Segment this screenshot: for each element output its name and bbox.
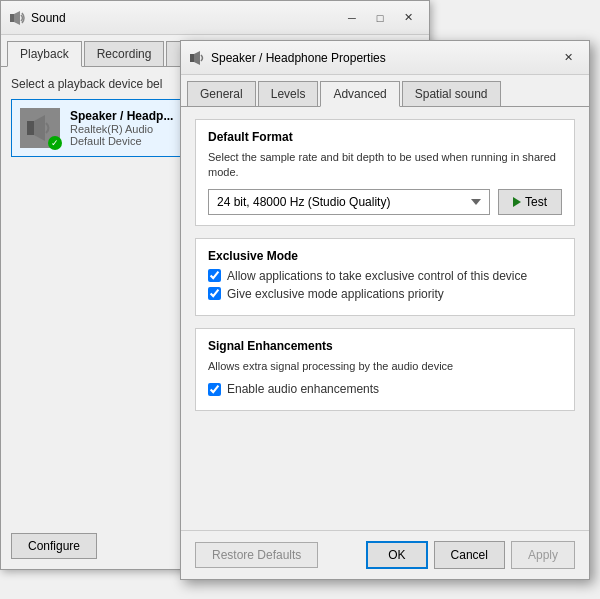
default-check-icon: ✓ [48,136,62,150]
props-window-controls: ✕ [555,47,581,69]
ok-button[interactable]: OK [366,541,427,569]
tab-general[interactable]: General [187,81,256,106]
ok-cancel-apply: OK Cancel Apply [366,541,575,569]
props-titlebar: Speaker / Headphone Properties ✕ [181,41,589,75]
exclusive-priority-checkbox[interactable] [208,287,221,300]
cancel-button[interactable]: Cancel [434,541,505,569]
close-button[interactable]: ✕ [395,7,421,29]
sound-window-controls: ─ □ ✕ [339,7,421,29]
tab-advanced[interactable]: Advanced [320,81,399,107]
svg-rect-0 [10,14,14,22]
props-dialog-icon [189,50,205,66]
device-icon: ✓ [20,108,60,148]
tab-spatial-sound[interactable]: Spatial sound [402,81,501,106]
maximize-button[interactable]: □ [367,7,393,29]
default-format-section: Default Format Select the sample rate an… [195,119,575,226]
test-button[interactable]: Test [498,189,562,215]
tab-playback[interactable]: Playback [7,41,82,67]
restore-defaults-button[interactable]: Restore Defaults [195,542,318,568]
signal-enhancements-section: Signal Enhancements Allows extra signal … [195,328,575,411]
sound-window-icon [9,10,25,26]
props-content: Default Format Select the sample rate an… [181,107,589,435]
format-select[interactable]: 24 bit, 48000 Hz (Studio Quality) 16 bit… [208,189,490,215]
exclusive-mode-title: Exclusive Mode [208,249,562,263]
enhancements-checkbox[interactable] [208,383,221,396]
props-dialog: Speaker / Headphone Properties ✕ General… [180,40,590,580]
tab-recording[interactable]: Recording [84,41,165,66]
format-row: 24 bit, 48000 Hz (Studio Quality) 16 bit… [208,189,562,215]
sound-titlebar: Sound ─ □ ✕ [1,1,429,35]
exclusive-priority-row: Give exclusive mode applications priorit… [208,287,562,301]
signal-enhancements-description: Allows extra signal processing by the au… [208,359,562,374]
svg-rect-2 [27,121,34,135]
exclusive-control-label: Allow applications to take exclusive con… [227,269,527,283]
default-format-title: Default Format [208,130,562,144]
configure-button[interactable]: Configure [11,533,97,559]
svg-rect-4 [190,54,194,62]
svg-marker-3 [34,115,45,141]
enhancements-row: Enable audio enhancements [208,382,562,396]
default-format-description: Select the sample rate and bit depth to … [208,150,562,181]
props-close-button[interactable]: ✕ [555,47,581,69]
props-tabs: General Levels Advanced Spatial sound [181,75,589,107]
minimize-button[interactable]: ─ [339,7,365,29]
enhancements-label: Enable audio enhancements [227,382,379,396]
exclusive-control-row: Allow applications to take exclusive con… [208,269,562,283]
sound-window-title: Sound [31,11,339,25]
tab-levels[interactable]: Levels [258,81,319,106]
sound-footer: Configure [11,533,97,559]
props-dialog-footer: Restore Defaults OK Cancel Apply [181,530,589,579]
props-dialog-title: Speaker / Headphone Properties [211,51,555,65]
svg-marker-5 [194,51,200,65]
play-icon [513,197,521,207]
exclusive-mode-section: Exclusive Mode Allow applications to tak… [195,238,575,316]
apply-button[interactable]: Apply [511,541,575,569]
exclusive-control-checkbox[interactable] [208,269,221,282]
test-label: Test [525,195,547,209]
signal-enhancements-title: Signal Enhancements [208,339,562,353]
exclusive-priority-label: Give exclusive mode applications priorit… [227,287,444,301]
svg-marker-1 [14,11,20,25]
